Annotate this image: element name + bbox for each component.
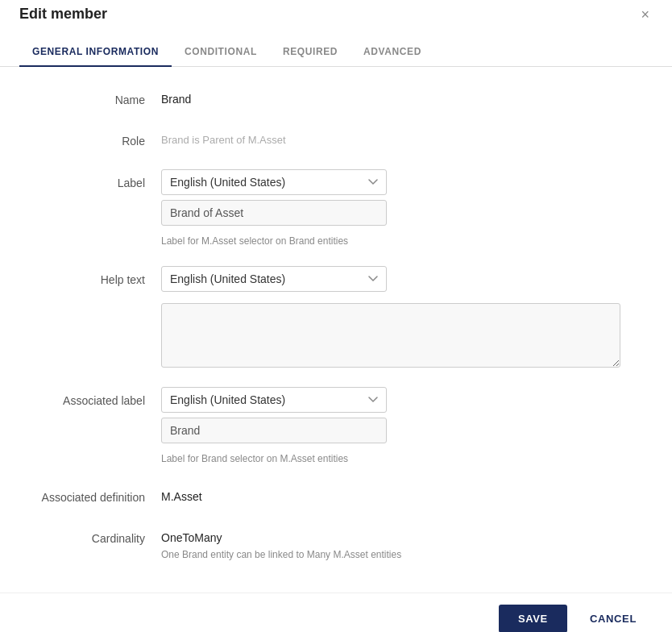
cardinality-hint: One Brand entity can be linked to Many M…	[161, 549, 640, 560]
label-hint: Label for M.Asset selector on Brand enti…	[161, 235, 640, 247]
helptext-language-select[interactable]: English (United States)	[161, 266, 387, 292]
tab-advanced[interactable]: ADVANCED	[351, 38, 434, 67]
assoc-label-hint: Label for Brand selector on M.Asset enti…	[161, 453, 640, 464]
associated-label-content: English (United States) Label for Brand …	[161, 387, 640, 464]
associated-definition-label: Associated definition	[32, 484, 161, 506]
label-language-select[interactable]: English (United States)	[161, 169, 387, 195]
cancel-button[interactable]: CANCEL	[574, 605, 653, 632]
role-content: Brand is Parent of M.Asset	[161, 127, 640, 146]
modal-overlay: Edit member × GENERAL INFORMATION CONDIT…	[0, 0, 672, 632]
helptext-row: Help text English (United States)	[32, 266, 640, 368]
associated-definition-row: Associated definition M.Asset	[32, 484, 640, 506]
assoc-label-text-input[interactable]	[161, 418, 387, 443]
label-label: Label	[32, 169, 161, 192]
tab-bar: GENERAL INFORMATION CONDITIONAL REQUIRED…	[0, 38, 672, 67]
tab-general-information[interactable]: GENERAL INFORMATION	[19, 38, 172, 67]
save-button[interactable]: SAVE	[499, 605, 567, 632]
name-row: Name Brand	[32, 86, 640, 109]
name-label: Name	[32, 86, 161, 109]
associated-definition-value: M.Asset	[161, 484, 640, 503]
modal-header: Edit member ×	[0, 0, 672, 25]
role-value: Brand is Parent of M.Asset	[161, 127, 640, 146]
role-row: Role Brand is Parent of M.Asset	[32, 127, 640, 150]
associated-definition-content: M.Asset	[161, 484, 640, 503]
cardinality-label: Cardinality	[32, 525, 161, 547]
associated-label-row: Associated label English (United States)…	[32, 387, 640, 464]
modal-title: Edit member	[19, 6, 107, 23]
name-value: Brand	[161, 86, 640, 106]
tab-required[interactable]: REQUIRED	[270, 38, 351, 67]
edit-member-modal: Edit member × GENERAL INFORMATION CONDIT…	[0, 0, 672, 632]
associated-label-label: Associated label	[32, 387, 161, 410]
modal-body: Name Brand Role Brand is Parent of M.Ass…	[0, 67, 672, 632]
helptext-content: English (United States)	[161, 266, 640, 368]
helptext-textarea[interactable]	[161, 303, 620, 368]
role-label: Role	[32, 127, 161, 150]
label-content: English (United States) Label for M.Asse…	[161, 169, 640, 247]
modal-footer: SAVE CANCEL	[0, 592, 672, 632]
cardinality-value: OneToMany	[161, 525, 640, 544]
close-button[interactable]: ×	[637, 4, 653, 25]
cardinality-content: OneToMany One Brand entity can be linked…	[161, 525, 640, 560]
tab-conditional[interactable]: CONDITIONAL	[172, 38, 270, 67]
cardinality-row: Cardinality OneToMany One Brand entity c…	[32, 525, 640, 560]
name-content: Brand	[161, 86, 640, 106]
label-row: Label English (United States) Label for …	[32, 169, 640, 247]
label-text-input[interactable]	[161, 200, 387, 226]
assoc-label-language-select[interactable]: English (United States)	[161, 387, 387, 413]
helptext-label: Help text	[32, 266, 161, 289]
